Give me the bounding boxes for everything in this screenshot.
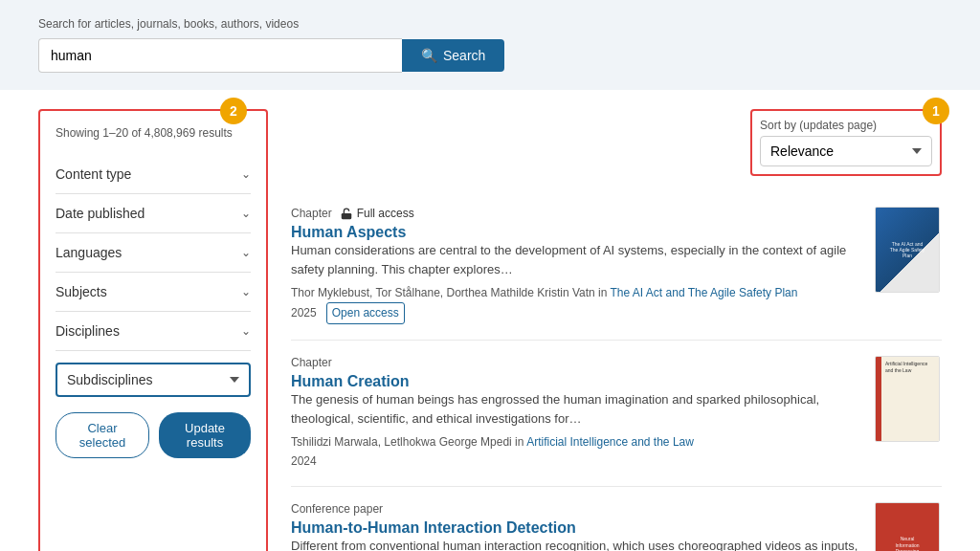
result-item: Chapter Human Creation The genesis of hu… (291, 341, 942, 486)
filter-date-published[interactable]: Date published ⌄ (56, 194, 251, 233)
result-content-3: Conference paper Human-to-Human Interact… (291, 502, 859, 551)
subdisciplines-select[interactable]: Subdisciplines (56, 363, 251, 397)
svg-rect-0 (341, 213, 351, 219)
book-cover-1: The AI Act andThe Agile SafetyPlan (875, 207, 940, 293)
filter-languages-label: Languages (56, 245, 122, 260)
result-title-2[interactable]: Human Creation (291, 373, 410, 389)
search-button-label: Search (443, 48, 485, 63)
sort-label: Sort by (updates page) (760, 119, 932, 132)
filter-date-published-label: Date published (56, 206, 145, 221)
result-meta-3: Conference paper (291, 502, 859, 516)
result-authors-2: Tshilidzi Marwala, Letlhokwa George Mped… (291, 433, 859, 470)
result-book-link-2[interactable]: Artificial Intelligence and the Law (526, 435, 694, 449)
chevron-down-icon: ⌄ (241, 285, 251, 298)
sort-badge: 1 (923, 98, 949, 124)
chevron-down-icon: ⌄ (241, 167, 251, 181)
result-abstract-2: The genesis of human beings has engrosse… (291, 390, 859, 428)
search-input[interactable] (38, 38, 402, 73)
result-type-1: Chapter (291, 207, 332, 220)
result-meta-2: Chapter (291, 356, 859, 369)
sort-box: 1 Sort by (updates page) Relevance Newes… (750, 109, 942, 176)
filter-disciplines-label: Disciplines (56, 323, 120, 339)
filter-content-type[interactable]: Content type ⌄ (56, 155, 251, 194)
search-button[interactable]: 🔍 Search (402, 39, 504, 72)
chevron-down-icon: ⌄ (241, 207, 251, 220)
result-meta-1: Chapter Full access (291, 207, 859, 220)
result-type-3: Conference paper (291, 502, 383, 516)
result-type-2: Chapter (291, 356, 332, 369)
search-row: 🔍 Search (38, 38, 942, 73)
result-book-link-1[interactable]: The AI Act and The Agile Safety Plan (611, 286, 798, 299)
results-count: Showing 1–20 of 4,808,969 results (56, 126, 251, 140)
sort-select[interactable]: Relevance Newest first Oldest first (760, 136, 932, 166)
sidebar-buttons: Clear selected Update results (56, 412, 251, 458)
update-results-button[interactable]: Update results (159, 412, 251, 458)
sidebar-badge: 2 (220, 98, 247, 124)
results-area: 1 Sort by (updates page) Relevance Newes… (291, 109, 942, 551)
main-content: 2 Showing 1–20 of 4,808,969 results Cont… (0, 90, 980, 551)
result-thumb-3: NeuralInformationProcessing (875, 502, 942, 551)
filter-subjects[interactable]: Subjects ⌄ (56, 273, 251, 312)
book-cover-2: Artificial Intelligence and the Law (875, 356, 940, 442)
result-title-3[interactable]: Human-to-Human Interaction Detection (291, 519, 576, 536)
filter-content-type-label: Content type (56, 166, 131, 182)
result-title-1[interactable]: Human Aspects (291, 224, 406, 240)
filter-subjects-label: Subjects (56, 284, 107, 299)
clear-selected-button[interactable]: Clear selected (56, 412, 149, 458)
result-abstract-3: Different from conventional human intera… (291, 537, 859, 551)
result-content-1: Chapter Full access Human Aspects Human … (291, 207, 859, 324)
result-item: Conference paper Human-to-Human Interact… (291, 487, 942, 551)
result-thumb-1: The AI Act andThe Agile SafetyPlan (875, 207, 942, 324)
result-abstract-1: Human considerations are central to the … (291, 241, 859, 278)
chevron-down-icon: ⌄ (241, 246, 251, 259)
search-icon: 🔍 (421, 48, 437, 63)
search-hint: Search for articles, journals, books, au… (38, 17, 942, 31)
filter-disciplines[interactable]: Disciplines ⌄ (56, 312, 251, 351)
search-bar: Search for articles, journals, books, au… (0, 0, 980, 90)
result-thumb-2: Artificial Intelligence and the Law (875, 356, 942, 470)
sidebar: 2 Showing 1–20 of 4,808,969 results Cont… (38, 109, 268, 551)
sort-row: 1 Sort by (updates page) Relevance Newes… (291, 109, 942, 176)
chevron-down-icon: ⌄ (241, 324, 251, 338)
result-item: Chapter Full access Human Aspects Human … (291, 191, 942, 341)
open-access-badge-1: Open access (326, 302, 405, 324)
full-access-badge-1: Full access (340, 207, 414, 220)
filter-languages[interactable]: Languages ⌄ (56, 233, 251, 273)
result-authors-1: Thor Myklebust, Tor Stålhane, Dorthea Ma… (291, 284, 859, 324)
unlock-icon (340, 207, 353, 220)
result-content-2: Chapter Human Creation The genesis of hu… (291, 356, 859, 470)
book-cover-3: NeuralInformationProcessing (875, 502, 940, 551)
